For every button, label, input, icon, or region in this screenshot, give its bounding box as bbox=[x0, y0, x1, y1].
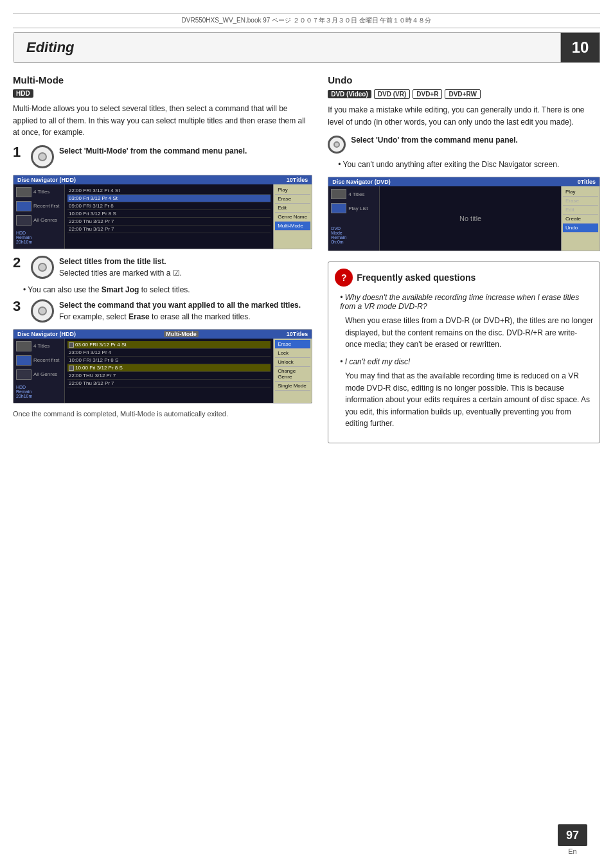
scr2-multimode-label: Multi-Mode bbox=[164, 331, 199, 337]
scr1-row-1: 22:00 FRI 3/12 Pr 4 St bbox=[67, 187, 271, 195]
scr2-cb1 bbox=[69, 342, 74, 348]
scr-undo-menu-erase: Erase bbox=[563, 197, 598, 206]
screenshot-undo: Disc Navigator (DVD) 0Titles 4 Titles Pl… bbox=[328, 177, 600, 251]
faq-a2: You may find that as the available recor… bbox=[345, 370, 593, 430]
scr1-row-2: 03:00 Fri 3/12 Pr 4 St bbox=[67, 195, 271, 202]
chapter-title: Editing bbox=[13, 33, 561, 62]
faq-q2: I can't edit my disc! bbox=[340, 357, 593, 366]
chapter-header: Editing 10 bbox=[13, 32, 600, 63]
dvd-video-badge: DVD (Video) bbox=[328, 90, 371, 98]
scr1-title: Disc Navigator (HDD) bbox=[17, 177, 76, 183]
scr1-row-6: 22:00 Thu 3/12 Pr 7 bbox=[67, 226, 271, 233]
faq-icon: ? bbox=[335, 269, 353, 287]
screenshot-1: Disc Navigator (HDD) 10Titles 4 Titles R… bbox=[13, 175, 312, 249]
hdd-badge: HDD bbox=[13, 89, 33, 98]
multimode-caption: Once the command is completed, Multi-Mod… bbox=[13, 410, 312, 418]
scr1-menu-play: Play bbox=[275, 186, 310, 195]
scr2-left-label-3: All Genres bbox=[33, 371, 57, 377]
scr1-count: 10Titles bbox=[287, 177, 308, 183]
scr-undo-notitle: No title bbox=[459, 215, 481, 222]
scr1-thumb3 bbox=[16, 215, 31, 226]
scr-undo-left-label-2: Play List bbox=[348, 206, 368, 211]
scr2-left-recent: Recent first bbox=[16, 355, 62, 366]
step-2: 2 Select titles from the title list. Sel… bbox=[13, 256, 312, 279]
undo-step-bold: Select 'Undo' from the command menu pane… bbox=[351, 136, 518, 145]
step-2-text: Select titles from the title list. Selec… bbox=[59, 256, 182, 279]
scr1-thumb2 bbox=[16, 201, 31, 211]
scr2-row-2: 23:00 Fri 3/12 Pr 4 bbox=[67, 349, 271, 357]
jog-wheel-2 bbox=[31, 256, 54, 279]
dvdplusrw-badge: DVD+RW bbox=[445, 89, 480, 99]
scr-undo-menu: Play Erase Edit Create Undo bbox=[561, 186, 600, 251]
scr-undo-body: 4 Titles Play List DVDModeRemain0h:0m No… bbox=[328, 186, 600, 251]
scr1-menu-erase: Erase bbox=[275, 195, 310, 204]
jog-wheel-inner-3 bbox=[38, 306, 47, 315]
scr2-left-icon: 4 Titles bbox=[16, 341, 62, 351]
screenshot-2: Disc Navigator (HDD) Multi-Mode 10Titles… bbox=[13, 329, 312, 403]
scr2-row-4: 10:00 Fri 3/12 Pr 8 S bbox=[67, 364, 271, 372]
scr1-row-3: 09:00 FRI 3/12 Pr 8 bbox=[67, 202, 271, 210]
scr2-count: 10Titles bbox=[287, 331, 308, 337]
scr2-menu-genre: Change Genre bbox=[275, 367, 310, 382]
scr-undo-thumb2 bbox=[331, 203, 346, 213]
step-3-desc: For example, select Erase to erase all t… bbox=[59, 312, 251, 321]
scr1-menu-multimode: Multi-Mode bbox=[275, 222, 310, 231]
multimode-badge-row: HDD bbox=[13, 89, 312, 98]
jog-wheel-inner-undo bbox=[333, 141, 340, 148]
scr2-row-3: 10:00 FRI 3/12 Pr 8 S bbox=[67, 357, 271, 364]
scr-undo-count: 0Titles bbox=[578, 179, 596, 185]
scr-undo-thumb bbox=[331, 189, 346, 199]
scr2-body: 4 Titles Recent first All Genres HDDRema… bbox=[13, 339, 312, 403]
scr2-left-label-1: 4 Titles bbox=[33, 343, 49, 349]
content-area: Multi-Mode HDD Multi-Mode allows you to … bbox=[13, 75, 600, 443]
scr-undo-main: No title bbox=[380, 186, 561, 251]
undo-heading: Undo bbox=[328, 75, 600, 85]
page-lang: En bbox=[568, 847, 576, 855]
scr-undo-titlebar: Disc Navigator (DVD) 0Titles bbox=[328, 177, 600, 186]
scr1-menu-genre: Genre Name bbox=[275, 213, 310, 222]
undo-badge-row: DVD (Video) DVD (VR) DVD+R DVD+RW bbox=[328, 89, 600, 99]
scr2-menu-erase: Erase bbox=[275, 340, 310, 349]
meta-text: DVR550HXS_WV_EN.book 97 ページ ２００７年３月３０日 金… bbox=[182, 17, 432, 24]
scr1-left-recent: Recent first bbox=[16, 201, 62, 211]
step-3: 3 Select the command that you want appli… bbox=[13, 299, 312, 323]
scr1-main: 22:00 FRI 3/12 Pr 4 St 03:00 Fri 3/12 Pr… bbox=[65, 184, 273, 249]
step-3-bold: Select the command that you want applied… bbox=[59, 301, 301, 310]
scr1-left-label-1: 4 Titles bbox=[33, 189, 49, 195]
step-2-bullet: You can also use the Smart Jog to select… bbox=[23, 284, 312, 296]
scr2-title: Disc Navigator (HDD) bbox=[17, 331, 76, 337]
scr1-left-label-3: All Genres bbox=[33, 217, 57, 223]
scr2-row-1: 03:00 FRI 3/12 Pr 4 St bbox=[67, 341, 271, 349]
scr2-cb4 bbox=[69, 366, 74, 371]
step-1-number: 1 bbox=[13, 145, 26, 159]
page-footer: 97 En bbox=[558, 824, 587, 855]
step-1-text: Select 'Multi-Mode' from the command men… bbox=[59, 145, 247, 157]
scr2-bottom-info: HDDRemain20h10m bbox=[16, 385, 62, 398]
scr2-titlebar: Disc Navigator (HDD) Multi-Mode 10Titles bbox=[13, 330, 312, 339]
right-column: Undo DVD (Video) DVD (VR) DVD+R DVD+RW I… bbox=[328, 75, 600, 443]
scr-undo-menu-play: Play bbox=[563, 188, 598, 197]
scr-undo-bottom-info: DVDModeRemain0h:0m bbox=[331, 226, 377, 244]
scr2-left-label-2: Recent first bbox=[33, 357, 59, 363]
page-number: 97 bbox=[558, 824, 587, 846]
scr2-left-genres: All Genres bbox=[16, 369, 62, 380]
step-2-bold-inner: Smart Jog bbox=[102, 285, 139, 294]
scr1-bottom-info: HDDRemain20h10m bbox=[16, 231, 62, 244]
page-container: DVR550HXS_WV_EN.book 97 ページ ２００７年３月３０日 金… bbox=[0, 0, 613, 868]
scr2-left: 4 Titles Recent first All Genres HDDRema… bbox=[13, 339, 65, 403]
scr-undo-menu-undo: Undo bbox=[563, 224, 598, 233]
faq-box: ? Frequently asked questions Why doesn't… bbox=[328, 261, 600, 443]
scr2-row-5: 22:00 THU 3/12 Pr 7 bbox=[67, 372, 271, 380]
scr1-left-genres: All Genres bbox=[16, 215, 62, 226]
scr2-menu: Erase Lock Unlock Change Genre Single Mo… bbox=[273, 339, 312, 403]
scr1-menu: Play Erase Edit Genre Name Multi-Mode bbox=[273, 184, 312, 249]
dvd-vr-badge: DVD (VR) bbox=[374, 89, 410, 99]
step-2-number: 2 bbox=[13, 256, 26, 270]
scr2-thumb3 bbox=[16, 369, 31, 380]
scr2-menu-lock: Lock bbox=[275, 349, 310, 358]
scr2-thumb bbox=[16, 341, 31, 351]
meta-bar: DVR550HXS_WV_EN.book 97 ページ ２００７年３月３０日 金… bbox=[13, 13, 600, 28]
scr-undo-menu-create: Create bbox=[563, 215, 598, 224]
jog-wheel-undo bbox=[328, 136, 346, 154]
scr2-thumb2 bbox=[16, 355, 31, 366]
